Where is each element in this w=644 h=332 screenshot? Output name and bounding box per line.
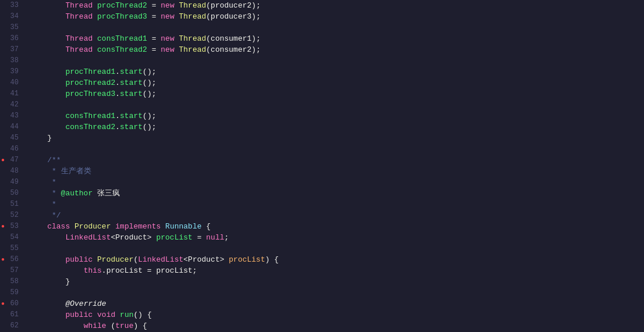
line-number: 36 — [0, 33, 24, 44]
line-content: procThread2.start(); — [24, 77, 156, 88]
line-number: 62 — [0, 320, 24, 331]
code-line: 35 — [0, 22, 644, 33]
code-line: 39 procThread1.start(); — [0, 66, 644, 77]
code-line: 55 — [0, 243, 644, 254]
line-number: 50 — [0, 188, 24, 199]
code-line: 56 public Producer(LinkedList<Product> p… — [0, 254, 644, 265]
line-number: 44 — [0, 122, 24, 133]
code-line: 46 — [0, 144, 644, 155]
line-number: 42 — [0, 99, 24, 110]
code-line: 38 — [0, 55, 644, 66]
code-line: 59 — [0, 287, 644, 298]
line-number: 43 — [0, 110, 24, 122]
line-content: * @author 张三疯 — [24, 188, 120, 199]
line-number: 61 — [0, 309, 24, 320]
line-number: 55 — [0, 243, 24, 254]
line-content: consThread1.start(); — [24, 110, 156, 122]
line-number: 37 — [0, 44, 24, 55]
code-line: 60 @Override — [0, 298, 644, 309]
line-content: /** — [24, 155, 61, 166]
line-number: 33 — [0, 0, 24, 11]
line-number: 52 — [0, 210, 24, 221]
code-line: 43 consThread1.start(); — [0, 110, 644, 122]
code-line: 37 Thread consThread2 = new Thread(consu… — [0, 44, 644, 55]
code-line: 45 } — [0, 133, 644, 144]
line-number: 54 — [0, 232, 24, 243]
line-number: 59 — [0, 287, 24, 298]
line-number: 41 — [0, 88, 24, 99]
line-number: 53 — [0, 221, 24, 232]
line-content: LinkedList<Product> procList = null; — [24, 232, 229, 243]
line-number: 45 — [0, 133, 24, 144]
code-line: 36 Thread consThread1 = new Thread(consu… — [0, 33, 644, 44]
line-content: } — [24, 276, 70, 287]
line-number: 51 — [0, 199, 24, 210]
line-number: 56 — [0, 254, 24, 265]
code-line: 58 } — [0, 276, 644, 287]
line-number: 39 — [0, 66, 24, 77]
line-content: @Override — [24, 298, 106, 309]
line-number: 48 — [0, 166, 24, 177]
line-number: 47 — [0, 155, 24, 166]
line-number: 49 — [0, 177, 24, 188]
code-line: 40 procThread2.start(); — [0, 77, 644, 88]
code-line: 41 procThread3.start(); — [0, 88, 644, 99]
line-content: this.procList = procList; — [24, 265, 197, 276]
line-number: 57 — [0, 265, 24, 276]
code-line: 52 */ — [0, 210, 644, 221]
code-line: 34 Thread procThread3 = new Thread(produ… — [0, 11, 644, 22]
code-line: 48 * 生产者类 — [0, 166, 644, 177]
line-content: procThread3.start(); — [24, 88, 156, 99]
code-editor: 33 Thread procThread2 = new Thread(produ… — [0, 0, 644, 332]
line-content: public void run() { — [24, 309, 152, 320]
line-content: Thread procThread2 = new Thread(producer… — [24, 0, 261, 11]
line-content: class Producer implements Runnable { — [24, 221, 211, 232]
line-number: 46 — [0, 144, 24, 155]
line-number: 60 — [0, 298, 24, 309]
line-content: } — [24, 133, 52, 144]
line-content: * — [24, 199, 56, 210]
code-line: 42 — [0, 99, 644, 110]
line-content: while (true) { — [24, 320, 147, 331]
line-content: * 生产者类 — [24, 166, 91, 177]
code-line: 53 class Producer implements Runnable { — [0, 221, 644, 232]
line-number: 40 — [0, 77, 24, 88]
line-content: Thread procThread3 = new Thread(producer… — [24, 11, 261, 22]
line-number: 58 — [0, 276, 24, 287]
line-content: */ — [24, 210, 61, 221]
line-content: Thread consThread1 = new Thread(consumer… — [24, 33, 261, 44]
code-line: 50 * @author 张三疯 — [0, 188, 644, 199]
line-content: consThread2.start(); — [24, 122, 156, 133]
line-number: 35 — [0, 22, 24, 33]
code-line: 47 /** — [0, 155, 644, 166]
code-line: 51 * — [0, 199, 644, 210]
code-line: 44 consThread2.start(); — [0, 122, 644, 133]
line-number: 34 — [0, 11, 24, 22]
code-line: 57 this.procList = procList; — [0, 265, 644, 276]
line-content: public Producer(LinkedList<Product> proc… — [24, 254, 279, 265]
code-line: 49 * — [0, 177, 644, 188]
code-line: 54 LinkedList<Product> procList = null; — [0, 232, 644, 243]
line-content: * — [24, 177, 56, 188]
line-content: Thread consThread2 = new Thread(consumer… — [24, 44, 261, 55]
code-line: 62 while (true) { — [0, 320, 644, 331]
code-line: 33 Thread procThread2 = new Thread(produ… — [0, 0, 644, 11]
line-number: 38 — [0, 55, 24, 66]
line-content: procThread1.start(); — [24, 66, 156, 77]
code-line: 61 public void run() { — [0, 309, 644, 320]
